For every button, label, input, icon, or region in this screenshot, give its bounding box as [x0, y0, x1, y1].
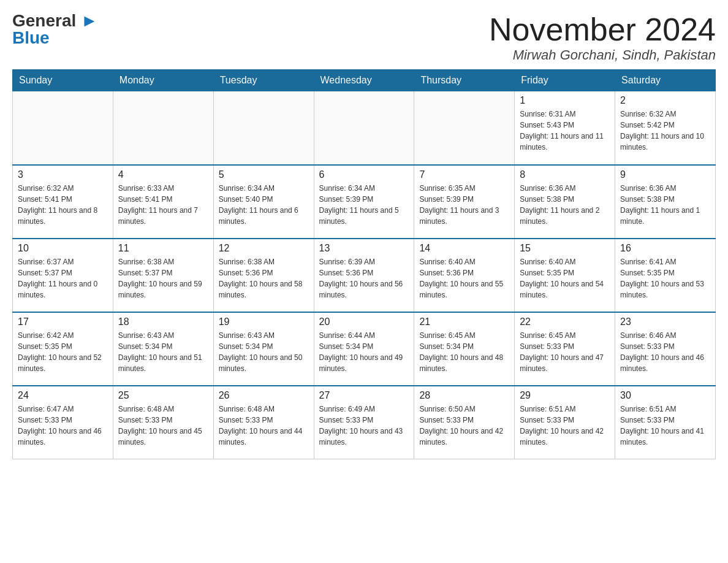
week-row-3: 10Sunrise: 6:37 AMSunset: 5:37 PMDayligh…: [13, 239, 716, 312]
calendar-cell: 22Sunrise: 6:45 AMSunset: 5:33 PMDayligh…: [515, 312, 615, 386]
week-row-5: 24Sunrise: 6:47 AMSunset: 5:33 PMDayligh…: [13, 386, 716, 459]
day-number: 28: [419, 390, 509, 401]
day-info: Sunrise: 6:46 AMSunset: 5:33 PMDaylight:…: [620, 330, 710, 374]
day-number: 21: [419, 316, 509, 327]
weekday-header-row: SundayMondayTuesdayWednesdayThursdayFrid…: [13, 70, 716, 91]
day-number: 22: [520, 316, 610, 327]
calendar-cell: 11Sunrise: 6:38 AMSunset: 5:37 PMDayligh…: [113, 239, 213, 312]
calendar-cell: [414, 91, 515, 165]
title-block: November 2024 Mirwah Gorchani, Sindh, Pa…: [489, 12, 716, 63]
weekday-header-thursday: Thursday: [414, 70, 515, 91]
calendar-cell: 16Sunrise: 6:41 AMSunset: 5:35 PMDayligh…: [615, 239, 716, 312]
calendar-cell: 2Sunrise: 6:32 AMSunset: 5:42 PMDaylight…: [615, 91, 716, 165]
day-number: 10: [18, 243, 108, 254]
weekday-header-tuesday: Tuesday: [213, 70, 314, 91]
weekday-header-monday: Monday: [113, 70, 213, 91]
calendar-cell: 18Sunrise: 6:43 AMSunset: 5:34 PMDayligh…: [113, 312, 213, 386]
calendar-cell: 17Sunrise: 6:42 AMSunset: 5:35 PMDayligh…: [13, 312, 113, 386]
day-info: Sunrise: 6:44 AMSunset: 5:34 PMDaylight:…: [319, 330, 409, 374]
day-info: Sunrise: 6:35 AMSunset: 5:39 PMDaylight:…: [419, 183, 509, 227]
calendar-cell: [113, 91, 213, 165]
day-info: Sunrise: 6:36 AMSunset: 5:38 PMDaylight:…: [620, 183, 710, 227]
page-header: General ► Blue November 2024 Mirwah Gorc…: [12, 12, 716, 63]
day-number: 2: [620, 95, 710, 106]
day-info: Sunrise: 6:51 AMSunset: 5:33 PMDaylight:…: [620, 404, 710, 448]
week-row-4: 17Sunrise: 6:42 AMSunset: 5:35 PMDayligh…: [13, 312, 716, 386]
week-row-1: 1Sunrise: 6:31 AMSunset: 5:43 PMDaylight…: [13, 91, 716, 165]
week-row-2: 3Sunrise: 6:32 AMSunset: 5:41 PMDaylight…: [13, 165, 716, 239]
day-info: Sunrise: 6:42 AMSunset: 5:35 PMDaylight:…: [18, 330, 108, 374]
location-title: Mirwah Gorchani, Sindh, Pakistan: [489, 47, 716, 63]
day-info: Sunrise: 6:40 AMSunset: 5:35 PMDaylight:…: [520, 256, 610, 301]
logo-general-text: General ►: [12, 12, 98, 29]
calendar-cell: 4Sunrise: 6:33 AMSunset: 5:41 PMDaylight…: [113, 165, 213, 239]
day-info: Sunrise: 6:41 AMSunset: 5:35 PMDaylight:…: [620, 256, 710, 301]
day-number: 26: [219, 390, 309, 401]
day-info: Sunrise: 6:38 AMSunset: 5:36 PMDaylight:…: [219, 256, 309, 301]
day-number: 13: [319, 243, 409, 254]
day-info: Sunrise: 6:39 AMSunset: 5:36 PMDaylight:…: [319, 256, 409, 301]
day-number: 7: [419, 169, 509, 180]
day-info: Sunrise: 6:31 AMSunset: 5:43 PMDaylight:…: [520, 109, 610, 153]
day-info: Sunrise: 6:49 AMSunset: 5:33 PMDaylight:…: [319, 404, 409, 448]
day-number: 8: [520, 169, 610, 180]
day-info: Sunrise: 6:43 AMSunset: 5:34 PMDaylight:…: [219, 330, 309, 374]
calendar-cell: 1Sunrise: 6:31 AMSunset: 5:43 PMDaylight…: [515, 91, 615, 165]
day-number: 30: [620, 390, 710, 401]
calendar-cell: 27Sunrise: 6:49 AMSunset: 5:33 PMDayligh…: [314, 386, 414, 459]
day-info: Sunrise: 6:32 AMSunset: 5:41 PMDaylight:…: [18, 183, 108, 227]
logo: General ► Blue: [12, 12, 98, 47]
calendar-cell: [13, 91, 113, 165]
calendar-cell: 8Sunrise: 6:36 AMSunset: 5:38 PMDaylight…: [515, 165, 615, 239]
day-number: 17: [18, 316, 108, 327]
day-info: Sunrise: 6:45 AMSunset: 5:34 PMDaylight:…: [419, 330, 509, 374]
logo-blue-text: Blue: [12, 29, 50, 47]
weekday-header-friday: Friday: [515, 70, 615, 91]
calendar-cell: 20Sunrise: 6:44 AMSunset: 5:34 PMDayligh…: [314, 312, 414, 386]
day-number: 14: [419, 243, 509, 254]
day-info: Sunrise: 6:50 AMSunset: 5:33 PMDaylight:…: [419, 404, 509, 448]
day-info: Sunrise: 6:40 AMSunset: 5:36 PMDaylight:…: [419, 256, 509, 301]
calendar-cell: 3Sunrise: 6:32 AMSunset: 5:41 PMDaylight…: [13, 165, 113, 239]
day-number: 18: [118, 316, 208, 327]
calendar-cell: [314, 91, 414, 165]
day-number: 5: [219, 169, 309, 180]
month-title: November 2024: [489, 12, 716, 47]
day-number: 4: [118, 169, 208, 180]
day-number: 27: [319, 390, 409, 401]
day-number: 16: [620, 243, 710, 254]
day-number: 19: [219, 316, 309, 327]
calendar-cell: 24Sunrise: 6:47 AMSunset: 5:33 PMDayligh…: [13, 386, 113, 459]
weekday-header-sunday: Sunday: [13, 70, 113, 91]
day-number: 6: [319, 169, 409, 180]
day-number: 12: [219, 243, 309, 254]
day-number: 20: [319, 316, 409, 327]
calendar-cell: 25Sunrise: 6:48 AMSunset: 5:33 PMDayligh…: [113, 386, 213, 459]
day-info: Sunrise: 6:33 AMSunset: 5:41 PMDaylight:…: [118, 183, 208, 227]
weekday-header-saturday: Saturday: [615, 70, 716, 91]
calendar-cell: 6Sunrise: 6:34 AMSunset: 5:39 PMDaylight…: [314, 165, 414, 239]
day-number: 24: [18, 390, 108, 401]
calendar-cell: 19Sunrise: 6:43 AMSunset: 5:34 PMDayligh…: [213, 312, 314, 386]
day-info: Sunrise: 6:32 AMSunset: 5:42 PMDaylight:…: [620, 109, 710, 153]
weekday-header-wednesday: Wednesday: [314, 70, 414, 91]
day-info: Sunrise: 6:48 AMSunset: 5:33 PMDaylight:…: [118, 404, 208, 448]
day-info: Sunrise: 6:43 AMSunset: 5:34 PMDaylight:…: [118, 330, 208, 374]
calendar-cell: 12Sunrise: 6:38 AMSunset: 5:36 PMDayligh…: [213, 239, 314, 312]
calendar-cell: 14Sunrise: 6:40 AMSunset: 5:36 PMDayligh…: [414, 239, 515, 312]
day-info: Sunrise: 6:47 AMSunset: 5:33 PMDaylight:…: [18, 404, 108, 448]
calendar-cell: [213, 91, 314, 165]
day-number: 1: [520, 95, 610, 106]
day-number: 25: [118, 390, 208, 401]
day-number: 11: [118, 243, 208, 254]
day-number: 15: [520, 243, 610, 254]
day-number: 23: [620, 316, 710, 327]
day-info: Sunrise: 6:37 AMSunset: 5:37 PMDaylight:…: [18, 256, 108, 301]
calendar-cell: 30Sunrise: 6:51 AMSunset: 5:33 PMDayligh…: [615, 386, 716, 459]
calendar-cell: 28Sunrise: 6:50 AMSunset: 5:33 PMDayligh…: [414, 386, 515, 459]
calendar-cell: 26Sunrise: 6:48 AMSunset: 5:33 PMDayligh…: [213, 386, 314, 459]
day-info: Sunrise: 6:48 AMSunset: 5:33 PMDaylight:…: [219, 404, 309, 448]
day-info: Sunrise: 6:51 AMSunset: 5:33 PMDaylight:…: [520, 404, 610, 448]
calendar-table: SundayMondayTuesdayWednesdayThursdayFrid…: [12, 69, 716, 459]
calendar-cell: 10Sunrise: 6:37 AMSunset: 5:37 PMDayligh…: [13, 239, 113, 312]
